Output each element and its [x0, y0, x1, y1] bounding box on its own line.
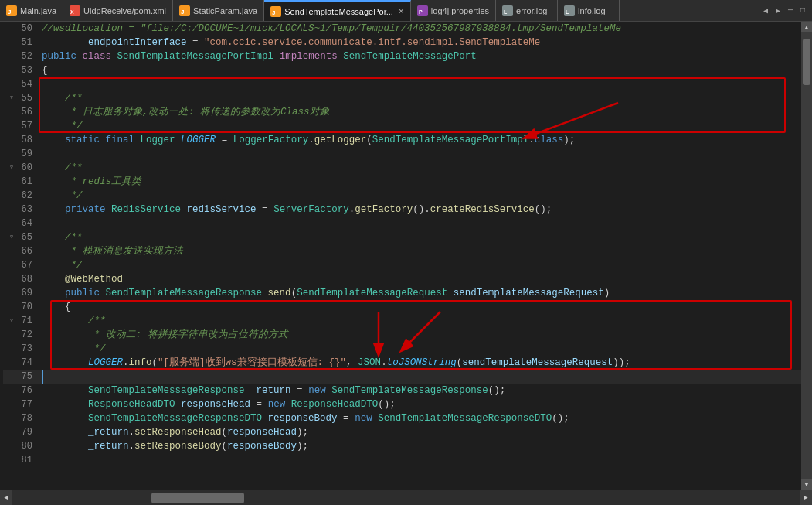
code-line-74: 74 LOGGER.info("[服务端]收到ws兼容接口模板短信: {}", …	[3, 356, 801, 370]
svg-text:L: L	[504, 9, 508, 15]
code-line-58: 58 static final Logger LOGGER = LoggerFa…	[3, 133, 801, 147]
line-number-72: 72	[15, 328, 39, 342]
tab-label-info-log: info.log	[578, 6, 605, 15]
code-line-80: 80 _return.setResponseBody(responseBody)…	[3, 439, 801, 453]
line-content-60: /**	[42, 161, 801, 175]
line-content-70: {	[42, 300, 801, 314]
fold-marker-60[interactable]: ▿	[9, 161, 15, 175]
line-number-56: 56	[15, 105, 39, 119]
java-icon-3: J	[270, 6, 281, 17]
hscroll-left-arrow[interactable]: ◀	[0, 490, 12, 506]
tab-main-java[interactable]: J Main.java	[0, 0, 63, 22]
code-line-72: 72 * 改动二: 将拼接字符串改为占位符的方式	[3, 328, 801, 342]
line-number-78: 78	[15, 411, 39, 425]
scrollbar-thumb-v[interactable]	[803, 39, 810, 85]
line-content-75	[42, 370, 801, 384]
fold-marker-65[interactable]: ▿	[9, 230, 15, 244]
line-content-61: * redis工具类	[42, 175, 801, 189]
line-content-58: static final Logger LOGGER = LoggerFacto…	[42, 133, 801, 147]
code-line-61: 61 * redis工具类	[3, 175, 801, 189]
line-number-55: 55	[15, 91, 39, 105]
code-line-69: 69 public SendTemplateMessageResponse se…	[3, 286, 801, 300]
line-number-71: 71	[15, 314, 39, 328]
line-number-62: 62	[15, 189, 39, 203]
tab-label-static-param: StaticParam.java	[193, 6, 257, 15]
code-line-53: 53 {	[3, 63, 801, 77]
code-line-50: 50 //wsdlLocation = "file:/C:/DOCUME~1/m…	[3, 22, 801, 36]
code-line-65: ▿ 65 /**	[3, 230, 801, 244]
tab-close-send-template[interactable]: ✕	[398, 7, 404, 15]
code-line-71: ▿ 71 /**	[3, 314, 801, 328]
code-line-66: 66 * 模板消息发送实现方法	[3, 244, 801, 258]
line-content-78: SendTemplateMessageResponseDTO responseB…	[42, 411, 801, 425]
code-area[interactable]: 50 //wsdlLocation = "file:/C:/DOCUME~1/m…	[0, 22, 801, 490]
scrollbar-down-arrow[interactable]: ▼	[801, 479, 812, 490]
tab-scroll-right[interactable]: ▶	[772, 5, 784, 17]
tab-uidp-pom[interactable]: X UidpReceive/pom.xml	[63, 0, 173, 22]
line-content-72: * 改动二: 将拼接字符串改为占位符的方式	[42, 328, 801, 342]
svg-text:L: L	[566, 9, 569, 15]
code-line-54: 54	[3, 77, 801, 91]
code-line-68: 68 @WebMethod	[3, 272, 801, 286]
tab-log4j[interactable]: P log4j.properties	[411, 0, 496, 22]
code-line-60: ▿ 60 /**	[3, 161, 801, 175]
line-number-76: 76	[15, 384, 39, 398]
line-number-77: 77	[15, 398, 39, 411]
tab-bar: J Main.java X UidpReceive/pom.xml J Stat…	[0, 0, 812, 22]
svg-text:J: J	[8, 9, 11, 15]
tab-label-uidp-pom: UidpReceive/pom.xml	[83, 6, 166, 15]
line-content-77: ResponseHeadDTO responseHead = new Respo…	[42, 398, 801, 411]
line-number-60: 60	[15, 161, 39, 175]
tab-label-log4j: log4j.properties	[431, 6, 489, 15]
line-number-57: 57	[15, 119, 39, 133]
hscroll-track[interactable]	[12, 490, 800, 505]
line-number-81: 81	[15, 453, 39, 467]
code-line-52: 52 public class SendTemplateMessagePortI…	[3, 49, 801, 63]
line-number-63: 63	[15, 203, 39, 217]
hscroll-thumb[interactable]	[151, 493, 244, 503]
code-line-67: 67 */	[3, 258, 801, 272]
log-icon: L	[502, 5, 513, 16]
line-content-74: LOGGER.info("[服务端]收到ws兼容接口模板短信: {}", JSO…	[42, 356, 801, 370]
svg-text:J: J	[181, 9, 184, 15]
code-line-78: 78 SendTemplateMessageResponseDTO respon…	[3, 411, 801, 425]
scrollbar-up-arrow[interactable]: ▲	[801, 22, 812, 32]
line-content-79: _return.setResponseHead(responseHead);	[42, 425, 801, 439]
tab-scroll-left[interactable]: ◀	[759, 5, 772, 17]
line-content-66: * 模板消息发送实现方法	[42, 244, 801, 258]
svg-text:P: P	[419, 9, 423, 15]
tab-static-param[interactable]: J StaticParam.java	[173, 0, 264, 22]
line-number-64: 64	[15, 217, 39, 230]
vertical-scrollbar[interactable]: ▲ ▼	[801, 22, 812, 490]
java-icon: J	[6, 5, 17, 16]
line-content-65: /**	[42, 230, 801, 244]
line-number-66: 66	[15, 244, 39, 258]
tab-send-template[interactable]: J SendTemplateMessagePor... ✕	[264, 0, 411, 22]
line-content-68: @WebMethod	[42, 272, 801, 286]
line-content-52: public class SendTemplateMessagePortImpl…	[42, 49, 801, 63]
line-content-73: */	[42, 342, 801, 356]
line-number-70: 70	[15, 300, 39, 314]
line-content-76: SendTemplateMessageResponse _return = ne…	[42, 384, 801, 398]
fold-marker-55[interactable]: ▿	[9, 91, 15, 105]
line-number-79: 79	[15, 425, 39, 439]
line-content-63: private RedisService redisService = Serv…	[42, 203, 801, 217]
tab-label-error-log: error.log	[516, 6, 547, 15]
line-number-52: 52	[15, 49, 39, 63]
line-content-55: /**	[42, 91, 801, 105]
line-number-80: 80	[15, 439, 39, 453]
line-number-69: 69	[15, 286, 39, 300]
line-content-56: * 日志服务对象,改动一处: 将传递的参数改为Class对象	[42, 105, 801, 119]
line-content-69: public SendTemplateMessageResponse send(…	[42, 286, 801, 300]
line-number-50: 50	[15, 22, 39, 36]
tab-maximize[interactable]: □	[797, 5, 809, 17]
properties-icon: P	[417, 5, 428, 16]
line-content-51: endpointInterface = "com.ccic.service.co…	[42, 36, 801, 49]
fold-marker-71[interactable]: ▿	[9, 314, 15, 328]
tab-info-log[interactable]: L info.log	[558, 0, 620, 22]
hscroll-right-arrow[interactable]: ▶	[800, 490, 812, 506]
svg-text:X: X	[70, 9, 74, 15]
tab-minimize[interactable]: ─	[784, 5, 797, 17]
tab-error-log[interactable]: L error.log	[496, 0, 558, 22]
line-number-51: 51	[15, 36, 39, 49]
